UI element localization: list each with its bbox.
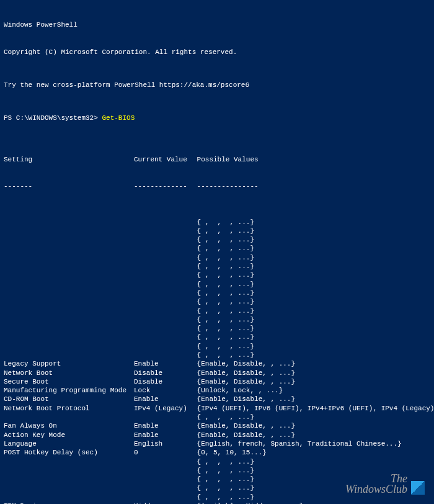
try-new-line: Try the new cross-platform PowerShell ht…	[4, 81, 430, 89]
cell-setting: Network Boot Protocol	[4, 404, 134, 413]
table-row: Network Boot ProtocolIPv4 (Legacy) {IPv4…	[4, 404, 430, 413]
cell-possible: { , , , ...}	[197, 280, 254, 289]
table-row: CD-ROM BootEnable {Enable, Disable, , ..…	[4, 395, 430, 403]
brand-icon	[411, 481, 425, 495]
header-setting: Setting	[4, 155, 134, 164]
cell-possible: { , , , ...}	[197, 289, 254, 297]
table-row: Fan Always OnEnable {Enable, Disable, , …	[4, 421, 430, 430]
table-header: SettingCurrent Value Possible Values	[4, 155, 430, 164]
table-row: POST Hotkey Delay (sec)0 {0, 5, 10, 15..…	[4, 448, 430, 457]
app-title: Windows PowerShell	[4, 20, 430, 29]
cell-possible: { , , , ...}	[197, 324, 254, 333]
cell-possible: { , , , ...}	[197, 315, 254, 324]
table-row: { , , , ...}	[4, 280, 430, 289]
table-row: { , , , ...}	[4, 297, 430, 306]
cell-possible: { , , , ...}	[197, 466, 254, 475]
prompt-path: PS C:\WINDOWS\system32>	[4, 114, 102, 122]
table-row: Action Key ModeEnable {Enable, Disable, …	[4, 431, 430, 439]
copyright-line: Copyright (C) Microsoft Corporation. All…	[4, 48, 430, 56]
output-rows: { , , , ...} { , , , ...} { , , , ...} {…	[4, 218, 430, 504]
table-row: { , , , ...}	[4, 324, 430, 333]
cell-possible: { , , , ...}	[197, 262, 254, 271]
cell-current: IPv4 (Legacy)	[134, 404, 193, 413]
cell-possible: { , , , ...}	[197, 297, 254, 306]
cell-possible: { , , , ...}	[197, 235, 254, 244]
cell-possible: { , , , ...}	[197, 333, 254, 341]
dashes-possible: ---------------	[197, 182, 259, 191]
cell-setting: Manufacturing Programming Mode	[4, 386, 134, 395]
cell-setting: POST Hotkey Delay (sec)	[4, 448, 134, 457]
cell-current: English	[134, 439, 193, 448]
cell-possible: {English, french, Spanish, Traditional C…	[197, 439, 402, 448]
cell-possible: {Unlock, Lock, , ...}	[197, 386, 283, 395]
table-dashes: -------------------- ---------------	[4, 182, 430, 191]
cell-possible: { , , , ...}	[197, 307, 254, 315]
cell-possible: { , , , ...}	[197, 244, 254, 253]
cell-possible: { , , , ...}	[197, 227, 254, 235]
cell-setting: Fan Always On	[4, 421, 134, 430]
table-row: { , , , ...}	[4, 227, 430, 235]
cell-current: Disable	[134, 369, 193, 377]
dashes-setting: -------	[4, 182, 134, 191]
table-row: { , , , ...}	[4, 244, 430, 253]
cell-possible: { , , , ...}	[197, 413, 254, 421]
table-row: TPM DeviceHidden {Available, Hidden, , .…	[4, 502, 430, 504]
watermark: The WindowsClub	[345, 474, 425, 495]
table-row: { , , , ...}	[4, 333, 430, 341]
cell-possible: { , , , ...}	[197, 253, 254, 262]
cell-possible: { , , , ...}	[197, 351, 254, 359]
table-row: { , , , ...}	[4, 315, 430, 324]
cell-possible: {IPv4 (UEFI), IPv6 (UEFI), IPv4+IPv6 (UE…	[197, 404, 434, 413]
watermark-text: The WindowsClub	[345, 474, 407, 495]
cell-current: Enable	[134, 395, 193, 403]
dashes-current: -------------	[134, 182, 193, 191]
table-row: { , , , ...}	[4, 289, 430, 297]
cell-current: Lock	[134, 386, 193, 395]
cell-setting: Action Key Mode	[4, 431, 134, 439]
cell-current: Enable	[134, 421, 193, 430]
cell-possible: { , , , ...}	[197, 484, 254, 492]
cell-possible: { , , , ...}	[197, 218, 254, 227]
table-row: { , , , ...}	[4, 413, 430, 421]
header-current: Current Value	[134, 155, 193, 164]
table-row: { , , , ...}	[4, 342, 430, 351]
entered-command: Get-BIOS	[102, 114, 135, 122]
table-row: Legacy SupportEnable {Enable, Disable, ,…	[4, 359, 430, 368]
prompt-line-1: PS C:\WINDOWS\system32> Get-BIOS	[4, 114, 430, 122]
table-row: { , , , ...}	[4, 218, 430, 227]
watermark-line2: WindowsClub	[345, 484, 407, 495]
table-row: { , , , ...}	[4, 457, 430, 466]
cell-possible: {Enable, Disable, , ...}	[197, 421, 295, 430]
cell-setting: TPM Device	[4, 502, 134, 504]
cell-possible: { , , , ...}	[197, 342, 254, 351]
powershell-terminal[interactable]: Windows PowerShell Copyright (C) Microso…	[0, 0, 434, 504]
cell-possible: {0, 5, 10, 15...}	[197, 448, 267, 457]
cell-current: Enable	[134, 359, 193, 368]
cell-possible: {Enable, Disable, , ...}	[197, 369, 295, 377]
cell-possible: { , , , ...}	[197, 475, 254, 484]
cell-current: Enable	[134, 431, 193, 439]
cell-setting: Legacy Support	[4, 359, 134, 368]
cell-setting: Network Boot	[4, 369, 134, 377]
table-row: { , , , ...}	[4, 307, 430, 315]
cell-possible: {Enable, Disable, , ...}	[197, 431, 295, 439]
table-row: Secure BootDisable {Enable, Disable, , .…	[4, 377, 430, 386]
table-row: { , , , ...}	[4, 262, 430, 271]
cell-setting: CD-ROM Boot	[4, 395, 134, 403]
table-row: { , , , ...}	[4, 351, 430, 359]
header-possible: Possible Values	[197, 155, 259, 164]
cell-possible: { , , , ...}	[197, 271, 254, 279]
cell-current: Hidden	[134, 502, 193, 504]
table-row: Manufacturing Programming ModeLock {Unlo…	[4, 386, 430, 395]
cell-current: Disable	[134, 377, 193, 386]
table-row: Network BootDisable {Enable, Disable, , …	[4, 369, 430, 377]
table-row: { , , , ...}	[4, 235, 430, 244]
table-row: { , , , ...}	[4, 271, 430, 279]
table-row: { , , , ...}	[4, 253, 430, 262]
table-row: LanguageEnglish {English, french, Spanis…	[4, 439, 430, 448]
cell-possible: {Enable, Disable, , ...}	[197, 395, 295, 403]
cell-setting: Secure Boot	[4, 377, 134, 386]
cell-possible: {Enable, Disable, , ...}	[197, 359, 295, 368]
cell-possible: {Enable, Disable, , ...}	[197, 377, 295, 386]
cell-possible: { , , , ...}	[197, 493, 254, 502]
